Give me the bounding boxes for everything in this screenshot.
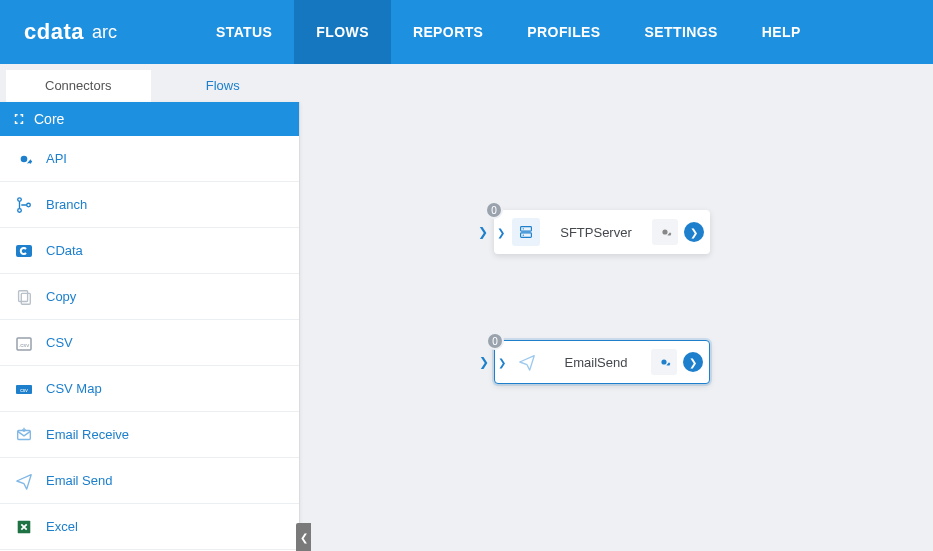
chevron-right-icon: ❯ — [494, 227, 508, 238]
connector-label: CData — [46, 243, 83, 258]
node-input-port[interactable]: ❯ — [478, 225, 488, 239]
tab-flows[interactable]: Flows — [151, 70, 296, 102]
sidebar: Core API Branch CData Copy CSV CSV Map — [0, 102, 300, 551]
chevron-left-icon: ❮ — [300, 532, 308, 543]
connector-emailsend[interactable]: Email Send — [0, 458, 299, 504]
node-settings-button[interactable] — [651, 349, 677, 375]
node-emailsend[interactable]: 0 ❯ ❯ EmailSend ❯ — [494, 340, 710, 384]
emailsend-node-icon — [513, 348, 541, 376]
node-badge: 0 — [485, 201, 503, 219]
excel-icon — [14, 517, 34, 537]
emailreceive-icon — [14, 425, 34, 445]
nav-help[interactable]: HELP — [740, 0, 823, 64]
nav-settings[interactable]: SETTINGS — [623, 0, 740, 64]
logo-text-sub: arc — [92, 22, 117, 43]
connector-label: CSV — [46, 335, 73, 350]
flow-canvas[interactable]: 0 ❯ ❯ SFTPServer ❯ 0 ❯ ❯ EmailSend ❯ — [312, 64, 933, 551]
connector-cdata[interactable]: CData — [0, 228, 299, 274]
core-header-label: Core — [34, 111, 64, 127]
connector-label: API — [46, 151, 67, 166]
connector-excel[interactable]: Excel — [0, 504, 299, 550]
nav-reports[interactable]: REPORTS — [391, 0, 505, 64]
emailsend-icon — [14, 471, 34, 491]
csv-icon — [14, 333, 34, 353]
node-output-port[interactable]: ❯ — [683, 352, 703, 372]
side-tabs: Connectors Flows — [6, 70, 295, 102]
connector-label: CSV Map — [46, 381, 102, 396]
nav-menu: STATUS FLOWS REPORTS PROFILES SETTINGS H… — [194, 0, 823, 64]
node-label: EmailSend — [541, 355, 651, 370]
nav-flows[interactable]: FLOWS — [294, 0, 391, 64]
sidebar-collapse-handle[interactable]: ❮ — [296, 523, 311, 551]
node-badge: 0 — [486, 332, 504, 350]
connector-csvmap[interactable]: CSV Map — [0, 366, 299, 412]
connector-label: Branch — [46, 197, 87, 212]
copy-icon — [14, 287, 34, 307]
api-icon — [14, 149, 34, 169]
node-input-port[interactable]: ❯ — [479, 355, 489, 369]
connector-label: Copy — [46, 289, 76, 304]
nav-profiles[interactable]: PROFILES — [505, 0, 622, 64]
connector-csv[interactable]: CSV — [0, 320, 299, 366]
logo-text-main: cdata — [24, 19, 84, 45]
node-sftpserver[interactable]: 0 ❯ ❯ SFTPServer ❯ — [494, 210, 710, 254]
logo: cdata arc — [24, 19, 194, 45]
cdata-icon — [14, 241, 34, 261]
nav-status[interactable]: STATUS — [194, 0, 294, 64]
csvmap-icon — [14, 379, 34, 399]
connector-label: Email Send — [46, 473, 112, 488]
node-label: SFTPServer — [540, 225, 652, 240]
branch-icon — [14, 195, 34, 215]
connector-branch[interactable]: Branch — [0, 182, 299, 228]
connector-list: API Branch CData Copy CSV CSV Map Email … — [0, 136, 299, 550]
connector-label: Email Receive — [46, 427, 129, 442]
core-header[interactable]: Core — [0, 102, 299, 136]
top-nav: cdata arc STATUS FLOWS REPORTS PROFILES … — [0, 0, 933, 64]
sftp-icon — [512, 218, 540, 246]
node-settings-button[interactable] — [652, 219, 678, 245]
connector-label: Excel — [46, 519, 78, 534]
connector-emailreceive[interactable]: Email Receive — [0, 412, 299, 458]
node-output-port[interactable]: ❯ — [684, 222, 704, 242]
connector-copy[interactable]: Copy — [0, 274, 299, 320]
tab-connectors[interactable]: Connectors — [6, 70, 151, 102]
chevron-right-icon: ❯ — [495, 357, 509, 368]
expand-icon — [12, 112, 26, 126]
connector-api[interactable]: API — [0, 136, 299, 182]
